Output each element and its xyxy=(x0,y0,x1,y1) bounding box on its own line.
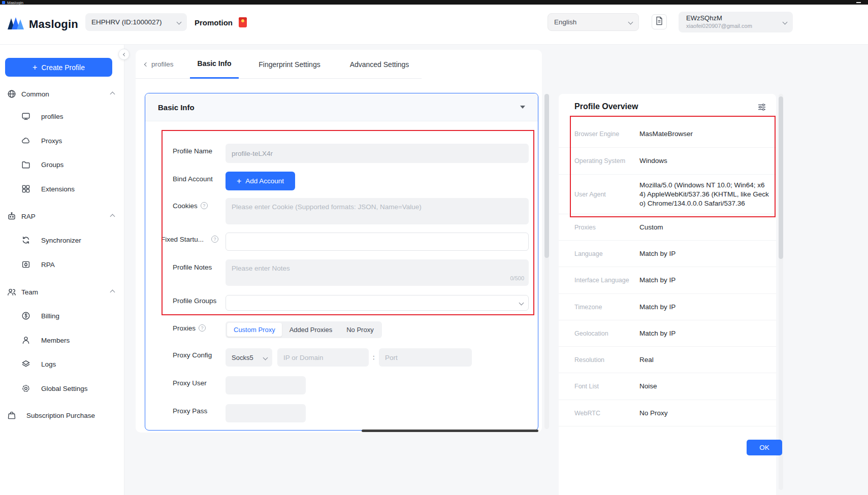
minimize-icon[interactable] xyxy=(856,2,861,3)
notes-char-counter: 0/500 xyxy=(480,275,524,281)
create-profile-button[interactable]: + Create Profile xyxy=(5,58,112,77)
proxy-option-custom[interactable]: Custom Proxy xyxy=(227,323,282,337)
back-to-profiles-link[interactable]: profiles xyxy=(145,50,174,79)
profile-overview-header: Profile Overview xyxy=(559,94,776,121)
tab-advanced-settings[interactable]: Advanced Settings xyxy=(346,50,412,79)
overview-row-user-agent: User Agent Mozilla/5.0 (Windows NT 10.0;… xyxy=(559,175,776,214)
collapse-sidebar-icon[interactable] xyxy=(118,49,130,60)
plus-icon: + xyxy=(33,63,37,72)
automation-icon xyxy=(21,260,30,269)
billing-icon xyxy=(21,311,30,320)
user-email: xiaofei020907@gmail.com xyxy=(686,22,779,29)
sidebar-item-global-settings[interactable]: Global Settings xyxy=(0,382,124,395)
chevron-up-icon xyxy=(110,289,115,294)
chevron-up-icon xyxy=(110,91,115,96)
chevron-down-icon xyxy=(263,355,268,360)
fixed-startup-input[interactable] xyxy=(226,233,529,251)
profile-overview-panel: Profile Overview Browser Engine MasMateB… xyxy=(559,94,776,495)
ip-port-separator: : xyxy=(373,353,375,361)
proxy-user-input[interactable] xyxy=(226,376,306,394)
overview-row-resolution: Resolution Real xyxy=(559,347,776,373)
sidebar-item-members[interactable]: Members xyxy=(0,334,124,347)
proxy-option-added[interactable]: Added Proxies xyxy=(283,323,339,337)
tab-basic-info[interactable]: Basic Info xyxy=(190,50,239,79)
proxy-protocol-select[interactable]: Socks5 xyxy=(226,348,272,367)
basic-info-panel: Basic Info Profile Name Bind Account + A… xyxy=(145,93,538,431)
profile-notes-label: Profile Notes xyxy=(173,263,212,271)
overview-scrollbar[interactable] xyxy=(779,96,783,259)
app-window: Maslogin Maslogin EHPHRV (ID:1000027) Pr… xyxy=(0,0,868,495)
sidebar-item-rpa[interactable]: RPA xyxy=(0,258,124,271)
sidebar-item-extensions[interactable]: Extensions xyxy=(0,182,124,195)
overview-row-operating-system: Operating System Windows xyxy=(559,148,776,175)
sidebar-section-rap[interactable]: RAP xyxy=(0,210,124,223)
window-title: Maslogin xyxy=(7,1,23,5)
overview-row-font-list: Font List Noise xyxy=(559,373,776,400)
profile-groups-select[interactable] xyxy=(226,295,529,311)
cookies-textarea[interactable] xyxy=(226,198,529,224)
sidebar-item-groups[interactable]: Groups xyxy=(0,158,124,171)
maslogin-logo xyxy=(7,17,24,32)
sidebar-item-billing[interactable]: Billing xyxy=(0,309,124,322)
plus-icon: + xyxy=(237,177,241,185)
proxy-user-label: Proxy User xyxy=(173,379,207,387)
language-selector[interactable]: English xyxy=(548,13,639,31)
sidebar-section-team[interactable]: Team xyxy=(0,285,124,299)
info-icon[interactable]: ? xyxy=(211,236,218,243)
horizontal-scrollbar[interactable] xyxy=(362,430,538,432)
sidebar-item-proxys[interactable]: Proxys xyxy=(0,134,124,147)
tab-fingerprint-settings[interactable]: Fingerprint Settings xyxy=(256,50,323,79)
overview-row-webrtc: WebRTC No Proxy xyxy=(559,400,776,426)
sidebar-item-logs[interactable]: Logs xyxy=(0,357,124,371)
profile-overview-title: Profile Overview xyxy=(574,102,638,111)
overview-row-interface-language: Interface Language Match by IP xyxy=(559,267,776,294)
bind-account-label: Bind Account xyxy=(173,175,213,183)
proxy-config-label: Proxy Config xyxy=(173,351,212,359)
basic-info-panel-header[interactable]: Basic Info xyxy=(145,93,538,121)
profile-notes-textarea[interactable] xyxy=(226,259,529,286)
section-title: Basic Info xyxy=(158,103,195,112)
user-name: EWzSQhzM xyxy=(686,14,779,22)
sidebar-item-profiles[interactable]: profiles xyxy=(0,110,124,123)
profile-groups-label: Profile Groups xyxy=(173,296,216,305)
sidebar: + Create Profile Common profiles Proxys xyxy=(0,45,124,495)
robot-icon xyxy=(7,212,16,221)
os-titlebar: Maslogin xyxy=(0,0,868,5)
proxy-port-input[interactable] xyxy=(379,348,472,367)
proxies-label: Proxies ? xyxy=(173,324,206,332)
brand-name: Maslogin xyxy=(29,18,78,31)
ok-button[interactable]: OK xyxy=(747,440,782,455)
form-scrollbar[interactable] xyxy=(544,94,549,258)
info-icon[interactable]: ? xyxy=(201,202,208,209)
app-icon xyxy=(2,1,5,4)
chevron-down-icon xyxy=(519,301,524,306)
chevron-left-icon xyxy=(144,62,148,66)
member-icon xyxy=(21,336,30,345)
overview-row-browser-engine: Browser Engine MasMateBrowser xyxy=(559,121,776,148)
brand: Maslogin xyxy=(7,16,78,33)
gear-icon xyxy=(21,384,30,393)
overview-row-proxies: Proxies Custom xyxy=(559,214,776,241)
proxy-pass-input[interactable] xyxy=(226,404,306,422)
red-envelope-icon xyxy=(239,17,247,27)
promotion-link[interactable]: Promotion xyxy=(195,17,247,28)
add-account-button[interactable]: + Add Account xyxy=(226,172,295,190)
sidebar-section-common[interactable]: Common xyxy=(0,87,124,101)
proxy-ip-input[interactable] xyxy=(277,348,369,367)
user-account-menu[interactable]: EWzSQhzM xiaofei020907@gmail.com xyxy=(679,12,793,32)
profile-name-input[interactable] xyxy=(226,144,529,163)
logs-icon xyxy=(21,359,30,369)
filter-icon[interactable] xyxy=(758,104,766,113)
chevron-down-icon xyxy=(177,20,182,25)
sidebar-item-synchronizer[interactable]: Synchronizer xyxy=(0,234,124,247)
document-button[interactable] xyxy=(652,14,667,29)
workspace-selector[interactable]: EHPHRV (ID:1000027) xyxy=(85,13,187,31)
overview-row-language: Language Match by IP xyxy=(559,241,776,267)
sidebar-item-subscription-purchase[interactable]: Subscription Purchase xyxy=(0,409,124,422)
bag-icon xyxy=(7,411,16,420)
fixed-startup-label: Fixed Startu... ? xyxy=(161,235,218,243)
chevron-down-icon xyxy=(783,20,788,25)
proxy-option-none[interactable]: No Proxy xyxy=(340,323,380,337)
info-icon[interactable]: ? xyxy=(199,324,206,332)
document-icon xyxy=(655,16,663,27)
